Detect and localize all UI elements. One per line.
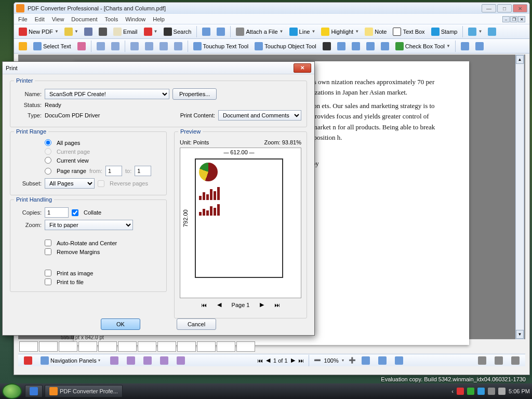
thumb[interactable] <box>197 341 216 352</box>
crop-tool[interactable] <box>335 41 348 52</box>
nav-panel-icon[interactable] <box>157 355 171 366</box>
status-icon[interactable] <box>509 355 522 366</box>
zoom-select[interactable]: Fit to paper <box>45 220 133 230</box>
dialog-titlebar[interactable]: Print ✕ <box>3 62 314 74</box>
thumb[interactable] <box>98 341 117 352</box>
zoom-out-button[interactable]: ➖ <box>314 357 321 364</box>
tray-icon[interactable] <box>477 388 485 395</box>
cancel-button[interactable]: Cancel <box>177 318 216 330</box>
to-input[interactable] <box>135 166 151 176</box>
note-button[interactable]: Note <box>362 26 389 37</box>
menu-view[interactable]: View <box>52 16 64 22</box>
thumb[interactable] <box>39 341 58 352</box>
nav-panel-icon[interactable] <box>141 355 154 366</box>
current-view-radio[interactable] <box>45 157 51 164</box>
close-button[interactable]: ✕ <box>513 4 527 12</box>
first-page-icon[interactable]: ⏮ <box>257 357 263 364</box>
all-pages-radio[interactable] <box>45 139 51 146</box>
from-input[interactable] <box>105 166 122 176</box>
taskbar-ie[interactable] <box>25 385 43 397</box>
touchup-object-button[interactable]: Touchup Object Tool <box>252 41 318 52</box>
menu-tools[interactable]: Tools <box>105 16 118 22</box>
menu-file[interactable]: File <box>18 16 28 22</box>
nav-panel-icon[interactable] <box>108 355 121 366</box>
mdi-minimize[interactable]: – <box>502 16 510 22</box>
thumb[interactable] <box>217 341 235 352</box>
view-cont[interactable] <box>376 355 389 366</box>
view-single[interactable] <box>359 355 373 366</box>
print-content-select[interactable]: Document and Comments <box>218 110 301 121</box>
preview-prev-icon[interactable]: ◀ <box>217 301 221 308</box>
nav-prev[interactable] <box>94 41 108 52</box>
preview-next-icon[interactable]: ▶ <box>260 301 264 308</box>
collate-checkbox[interactable] <box>72 209 78 216</box>
new-pdf-button[interactable]: New PDF▼ <box>16 26 61 37</box>
link-tool[interactable] <box>349 41 363 52</box>
print-button[interactable] <box>96 26 110 37</box>
stamp-button[interactable]: Stamp <box>429 26 460 37</box>
zoom-dynamic-icon[interactable] <box>171 41 185 52</box>
thumb[interactable] <box>236 341 255 352</box>
thumb[interactable] <box>118 341 137 352</box>
subset-select[interactable]: All Pages <box>45 178 95 189</box>
convert-icon[interactable]: ▼ <box>141 26 160 37</box>
scroll-up-icon[interactable]: ▲ <box>516 55 524 64</box>
touchup-text-button[interactable]: Touchup Text Tool <box>191 41 251 52</box>
tray-chevron-icon[interactable]: ‹ <box>451 388 454 394</box>
autorotate-checkbox[interactable] <box>45 240 51 246</box>
zoom-level[interactable]: 100% <box>324 357 339 364</box>
print-image-checkbox[interactable] <box>45 270 51 276</box>
rotate-ccw[interactable] <box>458 41 472 52</box>
dialog-close-button[interactable]: ✕ <box>294 63 311 73</box>
nav-next[interactable] <box>109 41 122 52</box>
scroll-down-icon[interactable]: ▼ <box>516 330 524 339</box>
form-tool2[interactable] <box>485 26 499 37</box>
article-tool[interactable] <box>378 41 392 52</box>
status-icon[interactable] <box>492 355 506 366</box>
thumbnail-strip[interactable] <box>19 341 524 353</box>
textbox-button[interactable]: Text Box <box>390 26 427 37</box>
properties-button[interactable]: Properties... <box>172 88 217 100</box>
maximize-button[interactable]: □ <box>497 4 512 12</box>
thumb[interactable] <box>138 341 156 352</box>
volume-icon[interactable] <box>498 388 506 395</box>
tray-icon[interactable] <box>488 388 495 395</box>
nav-panel-icon[interactable] <box>124 355 138 366</box>
form-edit-tool[interactable] <box>364 41 377 52</box>
highlight-button[interactable]: Highlight▼ <box>318 26 361 37</box>
menu-window[interactable]: Window <box>125 16 145 22</box>
menu-help[interactable]: Help <box>153 16 165 22</box>
open-button[interactable]: ▼ <box>62 26 81 37</box>
minimize-button[interactable]: — <box>482 4 496 12</box>
preview-first-icon[interactable]: ⏮ <box>201 302 207 308</box>
page-range-radio[interactable] <box>45 168 51 175</box>
form-tool1[interactable]: ▼ <box>466 26 484 37</box>
pointer-tool[interactable] <box>320 41 334 52</box>
taskbar-app[interactable]: PDF Converter Profe... <box>45 385 123 397</box>
thumb[interactable] <box>59 341 77 352</box>
print-file-checkbox[interactable] <box>45 278 51 285</box>
tray-icon[interactable] <box>467 388 474 395</box>
email-button[interactable]: Email <box>111 26 140 37</box>
search-button[interactable]: Search <box>161 26 194 37</box>
margins-checkbox[interactable] <box>45 248 51 255</box>
ok-button[interactable]: OK <box>101 318 140 330</box>
menu-document[interactable]: Document <box>71 16 97 22</box>
nav-panel-icon[interactable] <box>174 355 188 366</box>
titlebar[interactable]: PDF Converter Professional - [Charts and… <box>14 3 529 14</box>
nav-panel-close[interactable] <box>21 355 35 366</box>
mdi-close[interactable]: ✕ <box>518 16 525 22</box>
redo-button[interactable] <box>214 26 228 37</box>
status-icon[interactable] <box>475 355 489 366</box>
zoom-in-button[interactable]: ➕ <box>349 357 356 364</box>
preview-last-icon[interactable]: ⏭ <box>274 302 280 308</box>
hand-tool[interactable] <box>16 41 30 52</box>
system-tray[interactable]: ‹ 5:06 PM <box>451 388 530 395</box>
current-page-radio[interactable] <box>45 148 51 155</box>
menu-edit[interactable]: Edit <box>35 16 45 22</box>
reverse-checkbox[interactable] <box>98 180 104 187</box>
prev-page-icon[interactable]: ◀ <box>266 357 270 364</box>
thumb[interactable] <box>177 341 196 352</box>
last-page-icon[interactable]: ⏭ <box>298 357 304 364</box>
attach-file-button[interactable]: Attach a File▼ <box>233 26 285 37</box>
